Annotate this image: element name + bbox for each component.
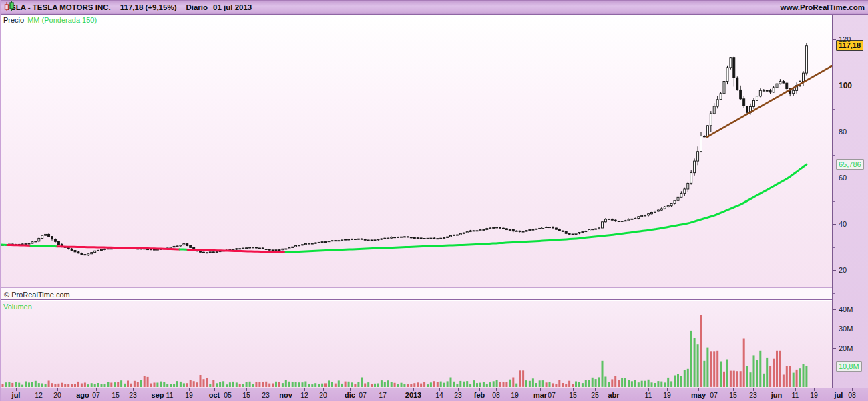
time-tick-label: 19 <box>511 391 519 399</box>
price-legend: PrecioMM (Ponderada 150) <box>3 16 97 24</box>
price-tick <box>833 86 836 86</box>
time-tick-label: 07 <box>710 391 718 399</box>
price-tick <box>833 178 836 178</box>
time-tick-label: 19 <box>810 391 818 399</box>
symbol-title: TSLA - TESLA MOTORS INC. <box>6 3 111 11</box>
time-tick-label: 20 <box>53 391 61 399</box>
price-tick-label: 60 <box>839 174 847 182</box>
volume-legend-label: Volumen <box>3 303 32 311</box>
price-minor-tick <box>833 155 835 156</box>
time-tick-label: 23 <box>262 391 270 399</box>
site-link[interactable]: www.ProRealTime.com <box>780 3 865 11</box>
time-tick-label: jul <box>12 391 21 399</box>
time-tick-label: ago <box>76 391 89 399</box>
time-tick-label: 11 <box>166 391 174 399</box>
time-tick-label: dic <box>345 391 355 399</box>
time-tick-label: 11 <box>792 391 799 399</box>
time-tick-label: 05 <box>224 391 232 399</box>
price-axis[interactable]: 117,18 65,786 10,8M 1201008060402040M30M… <box>832 15 868 388</box>
time-tick-label: 11 <box>645 391 652 399</box>
candlestick-icon <box>3 1 15 11</box>
copyright-text: © ProRealTime.com <box>4 291 70 299</box>
time-tick-label: 15 <box>729 391 737 399</box>
time-tick-label: 20 <box>319 391 327 399</box>
time-tick-label: sep <box>152 391 164 399</box>
ma-value-badge: 65,786 <box>836 159 864 170</box>
time-tick-label: 15 <box>569 391 577 399</box>
legend-ma-label: MM (Ponderada 150) <box>27 16 97 24</box>
time-tick-label: 23 <box>749 391 757 399</box>
volume-tick-label: 30M <box>839 325 853 333</box>
volume-pane[interactable]: Volumen <box>1 301 832 388</box>
time-tick-label: mar <box>533 391 547 399</box>
time-tick-label: 07 <box>548 391 556 399</box>
volume-tick-label: 20M <box>839 344 853 352</box>
volume-tick <box>833 329 836 329</box>
copyright-strip: © ProRealTime.com <box>1 287 832 300</box>
time-tick-label: feb <box>474 391 485 399</box>
timeframe-label: Diario <box>186 3 208 11</box>
date-label: 01 jul 2013 <box>213 3 252 11</box>
time-tick-label: 19 <box>663 391 671 399</box>
last-volume-badge: 10,8M <box>836 361 862 372</box>
time-tick-label: 07 <box>359 391 367 399</box>
price-minor-tick <box>833 293 835 294</box>
time-tick-label: 15 <box>112 391 120 399</box>
time-tick-label: nov <box>279 391 292 399</box>
price-minor-tick <box>833 201 835 202</box>
time-tick-label: 14 <box>435 391 443 399</box>
time-tick-label: jun <box>771 391 783 399</box>
time-tick-label: 23 <box>454 391 462 399</box>
price-tick <box>833 224 836 225</box>
price-tick <box>833 132 836 132</box>
title-bar: TSLA - TESLA MOTORS INC. 117,18 (+9,15%)… <box>1 0 868 15</box>
price-minor-tick <box>833 109 835 110</box>
time-tick-label: 08 <box>848 391 856 399</box>
price-tick-label: 80 <box>839 128 847 136</box>
time-tick-label: abr <box>608 391 619 399</box>
time-tick-label: 12 <box>300 391 308 399</box>
time-tick-label: 07 <box>92 391 100 399</box>
volume-tick <box>833 309 836 310</box>
time-tick-label: jul <box>835 391 843 399</box>
price-tick-label: 100 <box>839 81 852 90</box>
time-tick-label: 17 <box>379 391 387 399</box>
time-tick-label: 19 <box>185 391 193 399</box>
time-tick-label: 08 <box>492 391 500 399</box>
price-pane[interactable]: PrecioMM (Ponderada 150) <box>1 15 832 287</box>
time-tick-label: may <box>691 391 706 399</box>
price-minor-tick <box>833 247 835 248</box>
time-axis[interactable]: jul1220ago071523sep1119oct051523nov1220d… <box>1 388 868 401</box>
price-tick-label: 40 <box>839 220 847 228</box>
candlestick-chart <box>1 15 832 287</box>
volume-tick-label: 40M <box>839 305 853 313</box>
proRealTime-chart-window: TSLA - TESLA MOTORS INC. 117,18 (+9,15%)… <box>0 0 868 401</box>
time-tick-label: oct <box>209 391 220 399</box>
price-tick <box>833 270 836 271</box>
time-tick-label: 12 <box>35 391 43 399</box>
time-tick-label: 15 <box>242 391 250 399</box>
price-tick-label: 120 <box>839 35 851 43</box>
price-tick <box>833 39 836 40</box>
last-price-change: 117,18 (+9,15%) <box>120 3 177 11</box>
price-minor-tick <box>833 63 835 63</box>
volume-chart <box>1 301 832 388</box>
time-tick-label: 2013 <box>405 391 421 399</box>
time-tick-label: 23 <box>129 391 137 399</box>
volume-tick <box>833 348 836 349</box>
time-tick-label: 25 <box>591 391 599 399</box>
price-tick-label: 20 <box>839 266 847 274</box>
legend-price-label: Precio <box>3 16 24 24</box>
